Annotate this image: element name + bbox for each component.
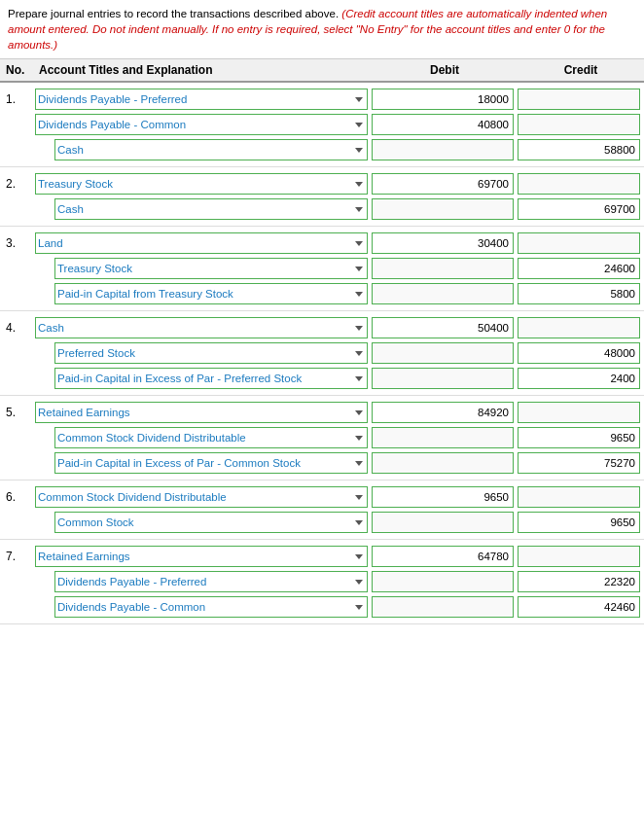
account-select[interactable]: Dividends Payable - Common — [54, 596, 368, 618]
entry-group-7: 7.Retained EarningsDividends Payable - P… — [0, 540, 644, 624]
credit-cell — [518, 317, 644, 338]
credit-input[interactable] — [518, 512, 640, 533]
debit-cell — [372, 139, 518, 160]
debit-cell — [372, 232, 518, 254]
account-select[interactable]: Common Stock Dividend Distributable — [35, 486, 368, 508]
debit-input[interactable] — [372, 452, 514, 474]
credit-cell — [518, 114, 644, 135]
account-select[interactable]: Paid-in Capital in Excess of Par - Prefe… — [54, 368, 368, 389]
debit-input[interactable] — [372, 258, 514, 279]
debit-input[interactable] — [372, 114, 514, 135]
credit-input[interactable] — [518, 232, 640, 254]
debit-input[interactable] — [372, 546, 514, 567]
debit-cell — [372, 89, 518, 110]
credit-cell — [518, 402, 644, 423]
credit-input[interactable] — [518, 342, 640, 364]
credit-cell — [518, 173, 644, 195]
entry-number: 7. — [0, 546, 35, 563]
credit-input[interactable] — [518, 198, 640, 220]
account-select-cell: Cash — [35, 139, 372, 160]
debit-input[interactable] — [372, 317, 514, 338]
table-row: Preferred Stock — [0, 340, 644, 366]
account-select[interactable]: Common Stock Dividend Distributable — [54, 427, 368, 448]
debit-cell — [372, 512, 518, 533]
debit-input[interactable] — [372, 232, 514, 254]
account-select[interactable]: Cash — [54, 139, 368, 160]
debit-input[interactable] — [372, 173, 514, 195]
credit-input[interactable] — [518, 546, 640, 567]
account-select-cell: Dividends Payable - Preferred — [35, 89, 372, 110]
account-select[interactable]: Preferred Stock — [54, 342, 368, 364]
account-select[interactable]: Paid-in Capital from Treasury Stock — [54, 283, 368, 304]
credit-input[interactable] — [518, 427, 640, 448]
account-select[interactable]: Cash — [54, 198, 368, 220]
debit-input[interactable] — [372, 402, 514, 423]
debit-input[interactable] — [372, 427, 514, 448]
table-header: No. Account Titles and Explanation Debit… — [0, 59, 644, 83]
credit-input[interactable] — [518, 452, 640, 474]
credit-input[interactable] — [518, 317, 640, 338]
credit-cell — [518, 571, 644, 592]
account-select-cell: Cash — [35, 198, 372, 220]
account-select-cell: Retained Earnings — [35, 402, 372, 423]
debit-input[interactable] — [372, 368, 514, 389]
table-row: Dividends Payable - Common — [0, 112, 644, 137]
entry-group-1: 1.Dividends Payable - PreferredDividends… — [0, 83, 644, 167]
credit-cell — [518, 89, 644, 110]
credit-cell — [518, 198, 644, 220]
entry-group-5: 5.Retained EarningsCommon Stock Dividend… — [0, 396, 644, 480]
credit-input[interactable] — [518, 139, 640, 160]
debit-cell — [372, 258, 518, 279]
debit-input[interactable] — [372, 198, 514, 220]
credit-input[interactable] — [518, 486, 640, 508]
account-select[interactable]: Dividends Payable - Preferred — [35, 89, 368, 110]
account-select[interactable]: Dividends Payable - Preferred — [54, 571, 368, 592]
debit-input[interactable] — [372, 596, 514, 618]
credit-input[interactable] — [518, 173, 640, 195]
debit-input[interactable] — [372, 283, 514, 304]
account-select[interactable]: Treasury Stock — [35, 173, 368, 195]
debit-input[interactable] — [372, 486, 514, 508]
credit-input[interactable] — [518, 258, 640, 279]
account-select[interactable]: Retained Earnings — [35, 546, 368, 567]
credit-cell — [518, 342, 644, 364]
credit-input[interactable] — [518, 571, 640, 592]
account-select[interactable]: Paid-in Capital in Excess of Par - Commo… — [54, 452, 368, 474]
entry-number: 1. — [0, 89, 35, 106]
account-select[interactable]: Dividends Payable - Common — [35, 114, 368, 135]
table-row: Common Stock Dividend Distributable — [0, 425, 644, 450]
table-row: Common Stock — [0, 510, 644, 535]
credit-input[interactable] — [518, 114, 640, 135]
debit-input[interactable] — [372, 342, 514, 364]
debit-cell — [372, 402, 518, 423]
account-select-cell: Common Stock Dividend Distributable — [35, 427, 372, 448]
account-select-cell: Common Stock — [35, 512, 372, 533]
entry-group-2: 2.Treasury StockCash — [0, 167, 644, 227]
credit-input[interactable] — [518, 283, 640, 304]
table-row: Cash — [0, 196, 644, 222]
credit-input[interactable] — [518, 368, 640, 389]
account-select[interactable]: Land — [35, 232, 368, 254]
account-select-cell: Paid-in Capital from Treasury Stock — [35, 283, 372, 304]
debit-input[interactable] — [372, 89, 514, 110]
account-select[interactable]: Treasury Stock — [54, 258, 368, 279]
debit-input[interactable] — [372, 139, 514, 160]
debit-cell — [372, 546, 518, 567]
debit-cell — [372, 114, 518, 135]
account-select[interactable]: Cash — [35, 317, 368, 338]
debit-cell — [372, 452, 518, 474]
credit-input[interactable] — [518, 596, 640, 618]
entry-group-4: 4.CashPreferred StockPaid-in Capital in … — [0, 311, 644, 396]
debit-input[interactable] — [372, 571, 514, 592]
credit-input[interactable] — [518, 402, 640, 423]
credit-input[interactable] — [518, 89, 640, 110]
credit-cell — [518, 232, 644, 254]
debit-input[interactable] — [372, 512, 514, 533]
credit-cell — [518, 139, 644, 160]
debit-cell — [372, 571, 518, 592]
debit-cell — [372, 486, 518, 508]
account-select[interactable]: Retained Earnings — [35, 402, 368, 423]
entry-number: 6. — [0, 486, 35, 504]
entries-container: 1.Dividends Payable - PreferredDividends… — [0, 83, 644, 624]
account-select[interactable]: Common Stock — [54, 512, 368, 533]
